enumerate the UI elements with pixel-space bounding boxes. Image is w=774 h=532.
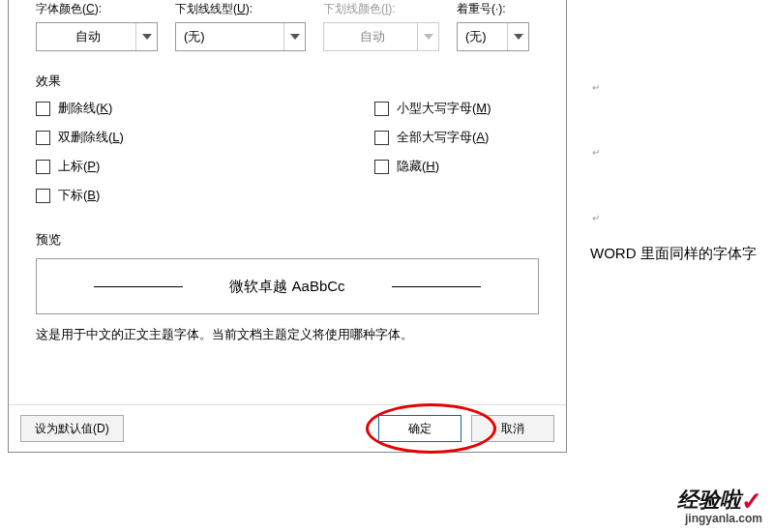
checkbox-box <box>36 102 50 116</box>
checkbox-box <box>36 131 50 145</box>
effects-group: 删除线(K) 双删除线(L) 上标(P) 下标(B) 小型大 <box>36 100 539 204</box>
checkbox-double-strikethrough[interactable]: 双删除线(L) <box>36 129 374 146</box>
font-preview-box: 微软卓越 AaBbCc <box>36 258 539 314</box>
checkbox-small-caps[interactable]: 小型大写字母(M) <box>374 100 491 117</box>
effects-section-label: 效果 <box>36 73 539 90</box>
emphasis-mark-combo[interactable]: (无) <box>457 22 529 51</box>
paragraph-mark: ↵ <box>592 82 598 88</box>
chevron-down-icon <box>507 23 528 50</box>
cancel-button[interactable]: 取消 <box>471 415 554 442</box>
checkbox-box <box>36 189 50 203</box>
emphasis-mark-field: 着重号(·): (无) <box>457 1 529 51</box>
font-options-row: 字体颜色(C): 自动 下划线线型(U): (无) 下划线颜色(I): <box>36 1 539 51</box>
watermark: 经验啦✓ jingyanla.com <box>677 486 762 524</box>
preview-section-label: 预览 <box>36 231 539 249</box>
checkbox-hidden[interactable]: 隐藏(H) <box>374 158 491 175</box>
effects-column-right: 小型大写字母(M) 全部大写字母(A) 隐藏(H) <box>374 100 491 204</box>
emphasis-mark-label: 着重号(·): <box>457 1 529 17</box>
preview-underline-right <box>392 286 481 287</box>
dialog-footer: 设为默认值(D) 确定 取消 <box>9 404 566 452</box>
checkbox-all-caps[interactable]: 全部大写字母(A) <box>374 129 491 146</box>
checkbox-box <box>374 102 389 116</box>
checkbox-box <box>374 160 389 174</box>
chevron-down-icon <box>283 23 305 50</box>
underline-style-field: 下划线线型(U): (无) <box>175 1 306 51</box>
preview-underline-left <box>94 286 183 287</box>
font-dialog: 字体颜色(C): 自动 下划线线型(U): (无) 下划线颜色(I): <box>8 0 567 453</box>
ok-button[interactable]: 确定 <box>378 415 461 442</box>
checkbox-subscript[interactable]: 下标(B) <box>36 187 374 204</box>
font-color-field: 字体颜色(C): 自动 <box>36 1 158 51</box>
watermark-text: 经验啦 <box>677 488 741 512</box>
dialog-body: 字体颜色(C): 自动 下划线线型(U): (无) 下划线颜色(I): <box>9 0 566 404</box>
font-color-label: 字体颜色(C): <box>36 1 158 17</box>
checkbox-box <box>374 131 389 145</box>
checkbox-box <box>36 160 50 174</box>
underline-color-field: 下划线颜色(I): 自动 <box>323 1 439 51</box>
preview-description: 这是用于中文的正文主题字体。当前文档主题定义将使用哪种字体。 <box>36 326 539 343</box>
paragraph-mark: ↵ <box>592 213 598 219</box>
underline-color-combo: 自动 <box>323 22 439 51</box>
paragraph-mark: ↵ <box>592 147 598 153</box>
underline-style-combo[interactable]: (无) <box>175 22 306 51</box>
checkmark-icon: ✓ <box>741 488 762 514</box>
underline-style-label: 下划线线型(U): <box>175 1 306 17</box>
checkbox-strikethrough[interactable]: 删除线(K) <box>36 100 374 117</box>
set-default-button[interactable]: 设为默认值(D) <box>20 415 124 442</box>
underline-color-label: 下划线颜色(I): <box>323 1 439 17</box>
effects-column-left: 删除线(K) 双删除线(L) 上标(P) 下标(B) <box>36 100 374 204</box>
chevron-down-icon <box>417 23 438 50</box>
chevron-down-icon <box>135 23 157 50</box>
background-document-text: WORD 里面同样的字体字 <box>590 245 757 263</box>
font-color-combo[interactable]: 自动 <box>36 22 158 51</box>
preview-sample-text: 微软卓越 AaBbCc <box>229 278 344 296</box>
checkbox-superscript[interactable]: 上标(P) <box>36 158 374 175</box>
